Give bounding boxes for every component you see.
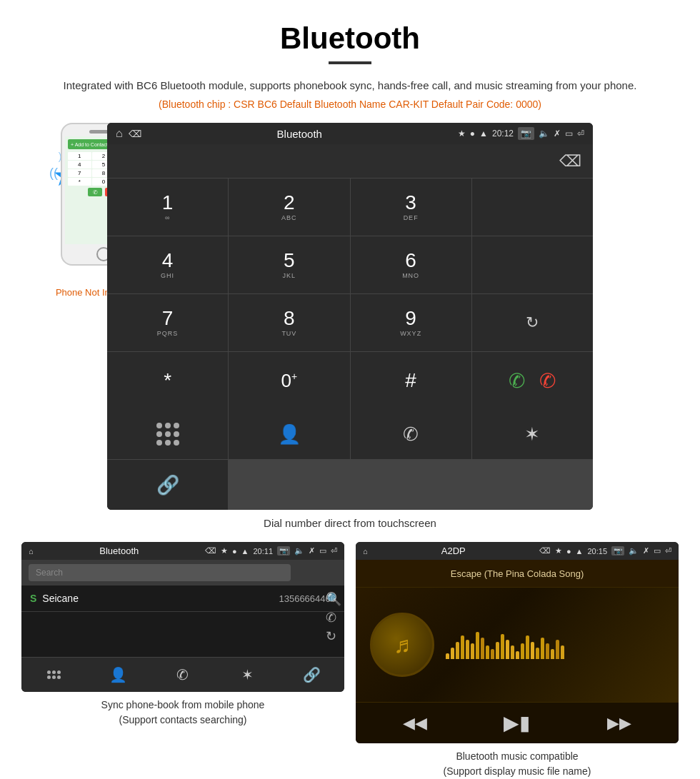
dial-key-5[interactable]: 5JKL (229, 236, 349, 293)
camera-icon[interactable]: 📷 (518, 127, 534, 140)
dial-key-empty-2 (472, 236, 593, 293)
ms-time: 20:15 (587, 547, 607, 556)
contacts-action-button[interactable]: 👤 (229, 409, 349, 459)
music-controls: ◀◀ ▶▮ ▶▶ (356, 702, 679, 743)
music-main-area: ♬ (356, 588, 679, 702)
ms-sig-icon: ▲ (576, 547, 584, 556)
pb-vol-icon[interactable]: 🔈 (294, 546, 304, 556)
dial-display: ⌫ (107, 144, 593, 179)
answer-call-icon[interactable]: ✆ (509, 369, 525, 393)
pb-dialpad-button[interactable] (21, 658, 86, 692)
pb-home-icon[interactable]: ⌂ (29, 547, 34, 556)
contact-row[interactable]: S Seicane 13566664466 (21, 585, 344, 612)
dial-screen: ⌂ ⌫ Bluetooth ★ ● ▲ 20:12 📷 🔈 ✗ ▭ ⏎ ⌫ 1∞ (107, 123, 593, 510)
page-title: Bluetooth (0, 0, 700, 61)
pb-win-icon[interactable]: ▭ (319, 546, 326, 556)
contact-name: Seicane (42, 593, 279, 604)
dial-key-empty-1 (472, 179, 593, 236)
phonebook-sidebar: 🔍 ✆ ↻ (323, 585, 344, 650)
link-action-button[interactable]: 🔗 (107, 460, 228, 510)
phone-action-button[interactable]: ✆ (351, 409, 471, 459)
back-icon[interactable]: ⏎ (577, 129, 584, 139)
pb-link-button[interactable]: 🔗 (280, 658, 344, 692)
phonebook-status-bar: ⌂ Bluetooth ⌫ ★ ● ▲ 20:11 📷 🔈 ✗ ▭ ⏎ (21, 542, 344, 560)
contact-list: S Seicane 13566664466 🔍 ✆ ↻ (21, 585, 344, 657)
home-icon[interactable]: ⌂ (116, 127, 123, 140)
music-caption: Bluetooth music compatible(Support displ… (356, 749, 679, 779)
dial-app-name: Bluetooth (147, 128, 452, 140)
dial-key-0[interactable]: 0+ (229, 352, 349, 409)
ms-loc-icon: ● (566, 547, 571, 556)
volume-icon[interactable]: 🔈 (539, 129, 549, 139)
wifi-waves-icon: (( (49, 166, 58, 181)
music-note-icon: ♬ (394, 632, 411, 658)
pb-time: 20:11 (253, 547, 273, 556)
dial-key-calls[interactable]: ✆ ✆ (472, 352, 593, 409)
specs-text: (Bluetooth chip : CSR BC6 Default Blueto… (0, 99, 700, 110)
dial-screen-caption: Dial number direct from touchscreen (0, 517, 700, 529)
song-title: Escape (The Pina Colada Song) (451, 568, 584, 579)
equalizer-visualization (446, 630, 664, 659)
pb-cam-icon[interactable]: 📷 (277, 546, 290, 556)
phonebook-bottom-bar: 👤 ✆ ✶ 🔗 (21, 657, 344, 692)
dial-key-refresh[interactable]: ↻ (472, 294, 593, 351)
next-track-button[interactable]: ▶▶ (607, 714, 631, 733)
dial-key-7[interactable]: 7PQRS (107, 294, 228, 351)
search-sidebar-icon[interactable]: 🔍 (326, 591, 341, 607)
bluetooth-action-button[interactable]: ✶ (472, 409, 593, 459)
title-underline (329, 61, 371, 64)
dialpad-action-button[interactable] (107, 409, 228, 459)
dial-key-hash[interactable]: # (351, 352, 471, 409)
ms-cam-icon[interactable]: 📷 (611, 546, 624, 556)
album-art: ♬ (370, 613, 434, 677)
close-icon[interactable]: ✗ (554, 129, 561, 139)
phone-sidebar-icon[interactable]: ✆ (326, 610, 341, 625)
refresh-sidebar-icon[interactable]: ↻ (326, 628, 341, 644)
dial-key-6[interactable]: 6MNO (351, 236, 471, 293)
ms-usb-icon: ⌫ (539, 546, 551, 556)
pb-app-name: Bluetooth (38, 546, 201, 556)
search-input[interactable]: Search (29, 564, 291, 581)
pb-contacts-button[interactable]: 👤 (86, 658, 150, 692)
pb-bluetooth-button[interactable]: ✶ (215, 658, 279, 692)
pb-usb-icon: ⌫ (205, 546, 216, 556)
dial-key-4[interactable]: 4GHI (107, 236, 228, 293)
subtitle-text: Integrated with BC6 Bluetooth module, su… (0, 77, 700, 94)
end-call-icon[interactable]: ✆ (539, 369, 556, 393)
dial-status-bar: ⌂ ⌫ Bluetooth ★ ● ▲ 20:12 📷 🔈 ✗ ▭ ⏎ (107, 123, 593, 144)
ms-close-icon[interactable]: ✗ (643, 546, 649, 556)
song-title-area: Escape (The Pina Colada Song) (356, 560, 679, 588)
ms-bt-icon: ★ (555, 546, 562, 556)
dial-key-8[interactable]: 8TUV (229, 294, 349, 351)
pb-phone-button[interactable]: ✆ (151, 658, 215, 692)
signal-icon: ▲ (479, 129, 488, 139)
music-item: ⌂ A2DP ⌫ ★ ● ▲ 20:15 📷 🔈 ✗ ▭ ⏎ Escape (T… (356, 542, 679, 779)
dial-key-star[interactable]: * (107, 352, 228, 409)
time-display: 20:12 (492, 129, 514, 139)
pb-bt-icon: ★ (221, 546, 228, 556)
pb-close-icon[interactable]: ✗ (309, 546, 315, 556)
pb-loc-icon: ● (232, 547, 237, 556)
location-icon: ● (470, 129, 475, 139)
dial-key-1[interactable]: 1∞ (107, 179, 228, 236)
ms-vol-icon[interactable]: 🔈 (629, 546, 639, 556)
bluetooth-status-icon: ★ (458, 129, 466, 139)
phonebook-item: ⌂ Bluetooth ⌫ ★ ● ▲ 20:11 📷 🔈 ✗ ▭ ⏎ Sear… (21, 542, 344, 779)
music-status-bar: ⌂ A2DP ⌫ ★ ● ▲ 20:15 📷 🔈 ✗ ▭ ⏎ (356, 542, 679, 560)
ms-home-icon[interactable]: ⌂ (363, 547, 368, 556)
ms-win-icon[interactable]: ▭ (654, 546, 661, 556)
backspace-button[interactable]: ⌫ (559, 152, 581, 171)
dial-key-9[interactable]: 9WXYZ (351, 294, 471, 351)
play-pause-button[interactable]: ▶▮ (504, 711, 530, 735)
ms-back-icon[interactable]: ⏎ (665, 546, 671, 556)
music-screen: ⌂ A2DP ⌫ ★ ● ▲ 20:15 📷 🔈 ✗ ▭ ⏎ Escape (T… (356, 542, 679, 743)
contact-letter: S (30, 593, 36, 604)
dial-keypad: 1∞ 2ABC 3DEF 4GHI 5JKL 6MNO 7PQRS (107, 179, 593, 409)
prev-track-button[interactable]: ◀◀ (403, 714, 427, 733)
pb-back-icon[interactable]: ⏎ (331, 546, 337, 556)
dial-key-3[interactable]: 3DEF (351, 179, 471, 236)
pb-sig-icon: ▲ (241, 547, 249, 556)
window-icon[interactable]: ▭ (565, 129, 573, 139)
bottom-screenshots-area: ⌂ Bluetooth ⌫ ★ ● ▲ 20:11 📷 🔈 ✗ ▭ ⏎ Sear… (0, 542, 700, 779)
dial-key-2[interactable]: 2ABC (229, 179, 349, 236)
